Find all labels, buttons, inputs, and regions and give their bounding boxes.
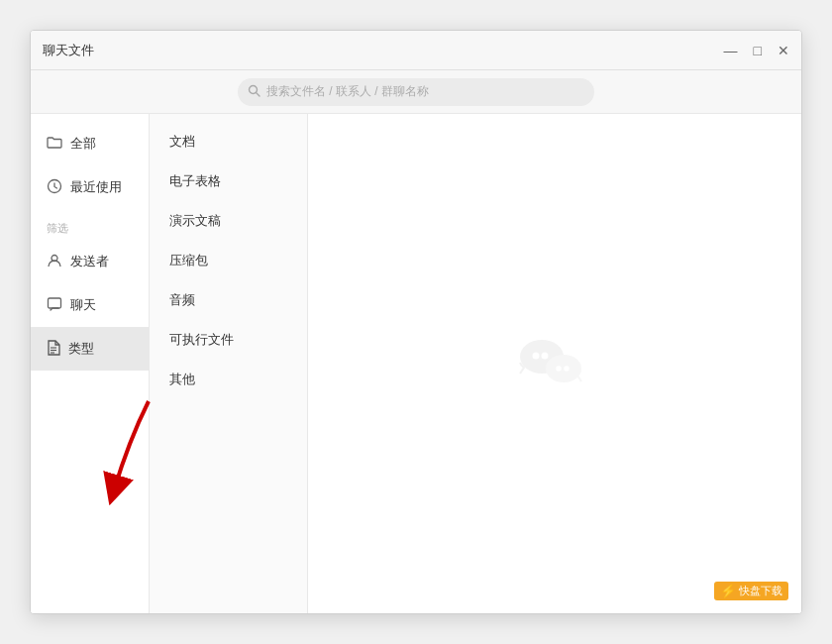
svg-point-10 (542, 353, 549, 360)
window-title: 聊天文件 (43, 42, 94, 59)
type-item-presentation[interactable]: 演示文稿 (150, 201, 307, 241)
titlebar: 聊天文件 — □ ✕ (31, 31, 801, 70)
type-item-other[interactable]: 其他 (150, 360, 307, 399)
content-area (308, 114, 801, 613)
searchbar: 搜索文件名 / 联系人 / 群聊名称 (31, 70, 801, 114)
svg-point-11 (546, 355, 581, 382)
main-window: 聊天文件 — □ ✕ 搜索文件名 / 联系人 / 群聊名称 (30, 30, 802, 614)
svg-point-13 (564, 366, 570, 372)
type-item-doc[interactable]: 文档 (150, 122, 307, 161)
svg-line-1 (257, 92, 260, 96)
sidebar-item-all[interactable]: 全部 (31, 122, 149, 165)
search-placeholder: 搜索文件名 / 联系人 / 群聊名称 (266, 83, 429, 100)
watermark: ⚡ 快盘下载 (714, 582, 788, 600)
sidebar-item-sender[interactable]: 发送者 (31, 240, 149, 283)
type-item-executable[interactable]: 可执行文件 (150, 320, 307, 360)
sidebar-item-type[interactable]: 类型 (31, 327, 149, 371)
type-item-archive[interactable]: 压缩包 (150, 241, 307, 280)
close-button[interactable]: ✕ (778, 44, 789, 57)
watermark-text: 快盘下载 (739, 584, 782, 598)
type-item-audio[interactable]: 音频 (150, 280, 307, 320)
folder-icon (47, 136, 62, 153)
sidebar: 全部 最近使用 筛选 (31, 114, 150, 613)
chat-icon (47, 296, 62, 315)
sidebar-item-chat[interactable]: 聊天 (31, 283, 149, 327)
filter-section-label: 筛选 (31, 209, 149, 240)
sidebar-chat-label: 聊天 (70, 296, 96, 314)
sidebar-recent-label: 最近使用 (70, 178, 122, 196)
sidebar-type-label: 类型 (68, 340, 94, 358)
doc-icon (47, 340, 60, 359)
middle-panel: 文档 电子表格 演示文稿 压缩包 音频 可执行文件 其他 (150, 114, 308, 613)
search-icon (248, 84, 260, 100)
type-item-spreadsheet[interactable]: 电子表格 (150, 161, 307, 201)
sidebar-all-label: 全部 (70, 135, 96, 153)
search-box[interactable]: 搜索文件名 / 联系人 / 群聊名称 (238, 78, 594, 106)
wechat-logo (510, 319, 599, 408)
svg-point-12 (556, 366, 562, 372)
main-area: 全部 最近使用 筛选 (31, 114, 801, 613)
person-icon (47, 253, 62, 271)
clock-icon (47, 178, 62, 197)
minimize-button[interactable]: — (724, 44, 738, 57)
sidebar-item-recent[interactable]: 最近使用 (31, 165, 149, 209)
watermark-icon: ⚡ (720, 584, 736, 598)
svg-point-9 (533, 353, 540, 360)
svg-rect-4 (49, 298, 61, 308)
maximize-button[interactable]: □ (754, 44, 762, 57)
sidebar-sender-label: 发送者 (70, 253, 109, 270)
window-controls: — □ ✕ (724, 44, 789, 57)
